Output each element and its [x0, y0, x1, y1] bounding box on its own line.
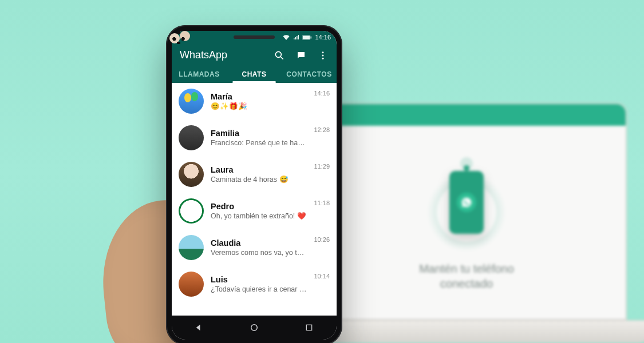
chat-time: 12:28: [314, 126, 330, 133]
laptop: Mantén tu teléfono conectado: [306, 103, 627, 343]
phone-illustration: [449, 171, 484, 234]
new-chat-icon[interactable]: [295, 50, 307, 61]
back-icon[interactable]: [193, 321, 206, 334]
chat-name: Claudia: [211, 238, 307, 248]
battery-icon: [302, 35, 311, 40]
chat-name: Familia: [211, 129, 307, 138]
chat-snippet: 😊✨🎁🎉: [211, 102, 307, 110]
more-icon[interactable]: [317, 50, 329, 61]
svg-rect-8: [306, 325, 311, 330]
chat-time: 11:29: [314, 163, 330, 170]
tab-label: CONTACTOS: [286, 70, 331, 78]
svg-rect-1: [303, 35, 310, 39]
browser-top-bar: [307, 104, 626, 126]
whatsapp-logo-icon: [457, 193, 476, 212]
chat-list[interactable]: María 😊✨🎁🎉 14:16 Familia Francisco: Pens…: [172, 83, 337, 316]
laptop-screen: Mantén tu teléfono conectado: [306, 103, 627, 320]
phone-screen: 14:16 WhatsApp LLAMADAS: [172, 31, 337, 340]
home-icon[interactable]: [248, 321, 260, 334]
chat-row[interactable]: Pedro Oh, yo también te extraño! ❤️ 11:1…: [172, 193, 337, 229]
tab-label: LLAMADAS: [179, 70, 219, 78]
svg-point-3: [275, 51, 281, 57]
recents-icon[interactable]: [303, 321, 315, 334]
chat-name: Laura: [211, 165, 307, 175]
chat-name: María: [211, 92, 307, 102]
tab-chats[interactable]: CHATS: [227, 65, 282, 83]
search-icon[interactable]: [274, 50, 285, 61]
avatar: [179, 198, 204, 224]
chat-row[interactable]: Luis ¿Todavía quieres ir a cenar esta no…: [172, 266, 337, 302]
whatsapp-web-landing: Mantén tu teléfono conectado: [307, 126, 626, 319]
avatar: [179, 272, 204, 297]
chat-time: 10:14: [314, 273, 330, 280]
chat-snippet: ¿Todavía quieres ir a cenar esta noch…: [211, 285, 307, 293]
app-title: WhatsApp: [180, 49, 227, 61]
signal-icon: [293, 34, 299, 40]
tab-llamadas[interactable]: LLAMADAS: [172, 65, 227, 83]
chat-row[interactable]: María 😊✨🎁🎉 14:16: [172, 83, 337, 119]
android-nav-bar: [172, 316, 337, 340]
chat-time: 11:18: [314, 200, 330, 206]
status-time: 14:16: [315, 34, 331, 41]
chat-row[interactable]: Claudia Veremos como nos va, yo te dejo …: [172, 229, 337, 266]
chat-snippet: Francisco: Pensé que te haría feliz s…: [211, 139, 307, 147]
chat-snippet: Oh, yo también te extraño! ❤️: [211, 212, 307, 220]
svg-point-5: [322, 54, 324, 56]
chat-snippet: Caminata de 4 horas 😅: [211, 175, 307, 184]
chat-row[interactable]: Familia Francisco: Pensé que te haría fe…: [172, 119, 337, 156]
chat-name: Luis: [211, 275, 307, 285]
avatar: [179, 162, 204, 187]
laptop-caption-line2: conectado: [419, 276, 514, 291]
avatar: [179, 89, 204, 114]
svg-point-4: [322, 51, 324, 53]
tab-contactos[interactable]: CONTACTOS: [282, 65, 337, 83]
app-bar: WhatsApp: [172, 43, 337, 65]
chat-snippet: Veremos como nos va, yo te dejo s…: [211, 249, 307, 257]
svg-rect-2: [311, 36, 312, 38]
laptop-caption-line1: Mantén tu teléfono: [419, 261, 514, 276]
tab-label: CHATS: [242, 70, 267, 78]
svg-point-7: [251, 325, 258, 331]
wifi-icon: [283, 34, 290, 40]
stage: Mantén tu teléfono conectado: [0, 0, 644, 343]
chat-time: 14:16: [314, 90, 330, 97]
chat-row[interactable]: Laura Caminata de 4 horas 😅 11:29: [172, 156, 337, 193]
chat-time: 10:26: [314, 236, 330, 243]
app-bar-actions: [274, 50, 329, 61]
chat-name: Pedro: [211, 202, 307, 212]
svg-point-6: [322, 57, 324, 59]
avatar: [179, 235, 204, 260]
wifi-illustration: [418, 154, 515, 251]
avatar: [179, 125, 204, 150]
status-bar: 14:16: [172, 31, 337, 43]
laptop-caption: Mantén tu teléfono conectado: [419, 261, 514, 291]
phone-device: 14:16 WhatsApp LLAMADAS: [166, 25, 342, 343]
tab-bar: LLAMADAS CHATS CONTACTOS: [172, 65, 337, 83]
